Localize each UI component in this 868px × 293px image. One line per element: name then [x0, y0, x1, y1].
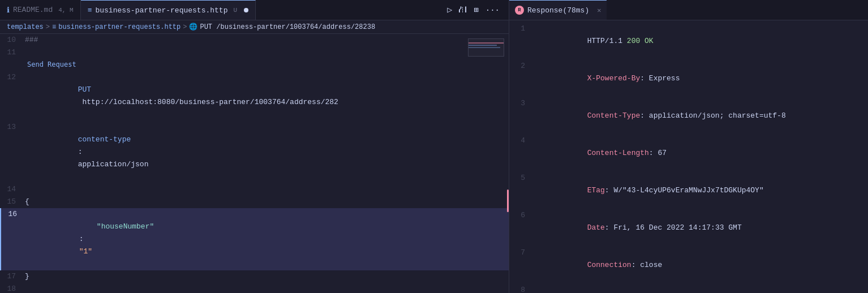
- line-number: 14: [0, 183, 23, 196]
- header-value: application/json: [78, 160, 149, 169]
- line-content: Content-Type: application/json; charset=…: [532, 97, 868, 135]
- tab-readme[interactable]: ℹ README.md 4, M: [0, 0, 81, 20]
- breadcrumb: templates > ≡ business-partner-requests.…: [0, 20, 509, 34]
- http-method: PUT: [78, 85, 91, 94]
- line-number: 12: [0, 71, 23, 84]
- http-url: http://localhost:8080/business-partner/1…: [78, 98, 338, 106]
- line-content: Content-Length: 67: [532, 135, 868, 172]
- editor-line-17: 17 }: [0, 270, 509, 283]
- http-version: HTTP/1.1: [587, 37, 627, 45]
- scroll-bar-indicator: [507, 189, 509, 212]
- line-content: ###: [23, 34, 509, 46]
- json-value: "1": [79, 247, 92, 256]
- response-line-5: 5 ETag: W/"43-L4cyUP6vEraMNwJJx7tDGKUp4O…: [509, 172, 868, 209]
- response-line-1: 1 HTTP/1.1 200 OK: [509, 23, 868, 60]
- editor-line-14: 14: [0, 183, 509, 196]
- tab-http-suffix: U: [233, 7, 237, 14]
- response-line-3: 3 Content-Type: application/json; charse…: [509, 97, 868, 135]
- line-content: Connection: close: [532, 247, 868, 284]
- line-content: HTTP/1.1 200 OK: [532, 23, 868, 60]
- breadcrumb-sep-2: >: [183, 23, 187, 31]
- editor-panel: templates > ≡ business-partner-requests.…: [0, 20, 509, 293]
- more-actions-icon[interactable]: ···: [485, 6, 500, 15]
- http-status: 200 OK: [627, 37, 654, 45]
- line-content: "houseNumber" : "1": [24, 208, 509, 270]
- line-number: 11: [0, 46, 23, 59]
- tab-http-file[interactable]: ≡ business-partner-requests.http U: [81, 0, 256, 20]
- branch-icon[interactable]: ⛙: [459, 6, 467, 15]
- run-button[interactable]: ▷: [447, 5, 452, 15]
- tab-response-close[interactable]: ✕: [597, 6, 601, 15]
- tab-http-label: business-partner-requests.http: [95, 6, 227, 15]
- send-request-label[interactable]: Send Request: [25, 59, 76, 70]
- line-number: 2: [509, 60, 532, 72]
- editor-line-15: 15 {: [0, 196, 509, 208]
- line-content: }: [23, 270, 509, 283]
- line-content: Date: Fri, 16 Dec 2022 14:17:33 GMT: [532, 209, 868, 247]
- split-editor-icon[interactable]: ⊞: [474, 5, 478, 15]
- tab-response-label: Response(78ms): [527, 6, 589, 15]
- breadcrumb-templates[interactable]: templates: [7, 23, 44, 31]
- editor-line-18: 18: [0, 283, 509, 293]
- json-colon: :: [79, 235, 88, 243]
- breadcrumb-route: PUT /business-partner/1003764/address/28…: [200, 23, 375, 31]
- response-line-7: 7 Connection: close: [509, 247, 868, 284]
- line-content: {: [23, 196, 509, 208]
- line-number: 7: [509, 247, 532, 259]
- breadcrumb-http-file[interactable]: business-partner-requests.http: [58, 23, 181, 31]
- response-line-4: 4 Content-Length: 67: [509, 135, 868, 172]
- line-number: 18: [0, 283, 23, 293]
- response-line-8: 8: [509, 284, 868, 293]
- line-content: X-Powered-By: Express: [532, 60, 868, 97]
- breadcrumb-globe-icon: 🌐: [189, 23, 197, 31]
- response-line-6: 6 Date: Fri, 16 Dec 2022 14:17:33 GMT: [509, 209, 868, 247]
- line-content: ETag: W/"43-L4cyUP6vEraMNwJJx7tDGKUp4OY": [532, 172, 868, 209]
- line-number: 16: [1, 208, 24, 221]
- breadcrumb-sep-1: >: [46, 23, 50, 31]
- editor-line-10: 10 ###: [0, 34, 509, 46]
- tab-modified-dot: [244, 8, 248, 12]
- minimap-preview: [468, 38, 504, 57]
- line-number: 1: [509, 23, 532, 35]
- editor-line-13: 13 content-type : application/json: [0, 121, 509, 183]
- line-number: 4: [509, 135, 532, 147]
- line-number: 15: [0, 196, 23, 208]
- line-number: 6: [509, 209, 532, 222]
- response-panel: 1 HTTP/1.1 200 OK 2 X-Powered-By: Expres…: [509, 20, 868, 293]
- breadcrumb-file-icon: ≡: [52, 23, 56, 31]
- line-number: 5: [509, 172, 532, 184]
- json-key: "houseNumber": [79, 222, 154, 231]
- response-editor-area[interactable]: 1 HTTP/1.1 200 OK 2 X-Powered-By: Expres…: [509, 20, 868, 293]
- header-colon: :: [78, 148, 87, 156]
- tab-readme-suffix: 4, M: [58, 7, 73, 14]
- file-icon: ≡: [88, 6, 92, 15]
- editor-line-16: 16 "houseNumber" : "1": [0, 208, 509, 270]
- tab-response[interactable]: R Response(78ms) ✕: [509, 0, 607, 20]
- line-content: content-type : application/json: [23, 121, 509, 183]
- response-line-2: 2 X-Powered-By: Express: [509, 60, 868, 97]
- editor-codelens-send[interactable]: Send Request: [0, 59, 509, 71]
- line-number: 10: [0, 34, 23, 46]
- editor-line-11: 11: [0, 46, 509, 59]
- line-number: 8: [509, 284, 532, 293]
- line-content: PUT http://localhost:8080/business-partn…: [23, 71, 509, 121]
- editor-area[interactable]: 10 ### 11 Send Request 12 PUT: [0, 34, 509, 293]
- line-number: 13: [0, 121, 23, 133]
- line-number: 17: [0, 270, 23, 283]
- tab-readme-label: README.md: [13, 6, 53, 14]
- response-icon: R: [515, 6, 524, 15]
- header-key: content-type: [78, 135, 131, 144]
- info-icon: ℹ: [7, 6, 10, 15]
- line-number: 3: [509, 97, 532, 110]
- editor-line-12: 12 PUT http://localhost:8080/business-pa…: [0, 71, 509, 121]
